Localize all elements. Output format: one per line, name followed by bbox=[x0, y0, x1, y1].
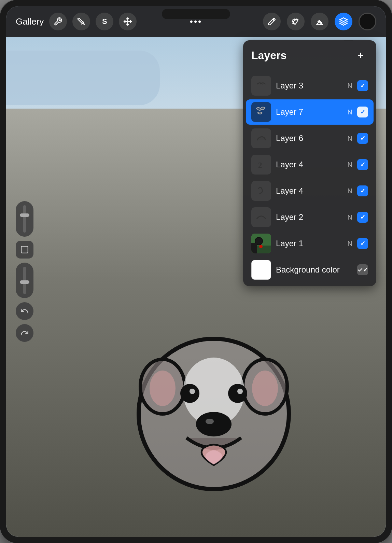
wrench-button[interactable] bbox=[49, 13, 67, 30]
undo-button[interactable] bbox=[16, 302, 33, 320]
svg-point-7 bbox=[228, 384, 247, 403]
ipad-frame: Gallery S bbox=[0, 0, 392, 543]
svg-point-10 bbox=[196, 412, 232, 436]
layer4b-name: Layer 4 bbox=[276, 186, 343, 196]
layer4b-mode: N bbox=[348, 187, 352, 195]
left-sidebar bbox=[12, 44, 37, 499]
top-bar-right-section bbox=[263, 13, 376, 30]
layer4a-thumbnail: 2 bbox=[251, 155, 271, 175]
svg-point-8 bbox=[190, 389, 195, 394]
svg-marker-18 bbox=[340, 18, 347, 22]
layer4b-visibility[interactable] bbox=[357, 185, 368, 196]
background-visibility[interactable] bbox=[357, 264, 368, 275]
opacity-slider-container[interactable] bbox=[16, 263, 33, 298]
layer3-name: Layer 3 bbox=[276, 81, 343, 90]
svg-rect-19 bbox=[21, 246, 28, 253]
layer-row-background[interactable]: Background color bbox=[246, 257, 374, 282]
opacity-track bbox=[23, 267, 26, 294]
layer3-thumbnail bbox=[251, 76, 271, 96]
ipad-screen: Gallery S bbox=[6, 6, 386, 537]
transform-button[interactable] bbox=[119, 13, 137, 30]
svg-point-3 bbox=[150, 371, 176, 406]
layer4a-mode: N bbox=[348, 161, 352, 169]
layer-row-layer1[interactable]: Layer 1 N bbox=[246, 231, 374, 256]
smudge-button[interactable] bbox=[287, 13, 305, 30]
layer3-mode: N bbox=[348, 82, 352, 90]
background-name: Background color bbox=[276, 265, 348, 275]
shape-tool-button[interactable] bbox=[16, 241, 33, 259]
layer-row-layer7[interactable]: Layer 7 N bbox=[246, 99, 374, 125]
svg-point-25 bbox=[259, 245, 263, 248]
layer2-visibility[interactable] bbox=[357, 212, 368, 223]
layer6-visibility[interactable] bbox=[357, 133, 368, 144]
layer7-thumbnail bbox=[251, 102, 271, 122]
gallery-button[interactable]: Gallery bbox=[16, 16, 44, 27]
background-thumbnail bbox=[251, 260, 271, 280]
layer6-name: Layer 6 bbox=[276, 134, 343, 143]
layer7-mode: N bbox=[348, 108, 352, 116]
layers-panel-header: Layers + bbox=[243, 40, 376, 69]
layer7-visibility[interactable] bbox=[357, 107, 368, 117]
layer-row-layer4a[interactable]: 2 Layer 4 N bbox=[246, 152, 374, 177]
brush-size-track bbox=[23, 205, 26, 233]
dog-illustration bbox=[125, 325, 303, 503]
svg-line-14 bbox=[84, 24, 85, 25]
brush-size-slider-container[interactable] bbox=[16, 201, 33, 237]
layer2-thumbnail bbox=[251, 207, 271, 227]
layer4a-name: Layer 4 bbox=[276, 160, 343, 169]
layer4b-thumbnail bbox=[251, 181, 271, 201]
magic-wand-button[interactable] bbox=[72, 13, 90, 30]
layer3-visibility[interactable] bbox=[357, 80, 368, 91]
add-layer-button[interactable]: + bbox=[353, 48, 368, 63]
opacity-thumb[interactable] bbox=[20, 280, 29, 284]
layer2-mode: N bbox=[348, 213, 352, 221]
layer1-visibility[interactable] bbox=[357, 238, 368, 249]
svg-point-6 bbox=[180, 384, 199, 403]
layer6-mode: N bbox=[348, 135, 352, 142]
layers-list: Layer 3 N Layer 7 N bbox=[243, 69, 376, 286]
svg-point-9 bbox=[237, 389, 243, 394]
svg-text:2: 2 bbox=[258, 161, 262, 169]
layer7-name: Layer 7 bbox=[276, 107, 343, 117]
layer-row-layer2[interactable]: Layer 2 N bbox=[246, 205, 374, 230]
layers-button[interactable] bbox=[335, 13, 352, 30]
redo-button[interactable] bbox=[16, 324, 33, 342]
layer-row-layer6[interactable]: Layer 6 N bbox=[246, 126, 374, 151]
brush-size-thumb[interactable] bbox=[20, 213, 29, 217]
layers-panel-title: Layers bbox=[251, 49, 286, 62]
layer1-mode: N bbox=[348, 240, 352, 248]
layers-panel: Layers + Layer 3 N bbox=[243, 40, 376, 286]
brush-button[interactable] bbox=[263, 13, 281, 30]
layer2-name: Layer 2 bbox=[276, 212, 343, 222]
svg-point-4 bbox=[252, 371, 278, 406]
camera-notch bbox=[162, 9, 230, 19]
layer-row-layer3[interactable]: Layer 3 N bbox=[246, 73, 374, 98]
eraser-button[interactable] bbox=[311, 13, 328, 30]
layer1-name: Layer 1 bbox=[276, 239, 343, 248]
layer4a-visibility[interactable] bbox=[357, 159, 368, 170]
layer-row-layer4b[interactable]: Layer 4 N bbox=[246, 178, 374, 204]
layer1-thumbnail bbox=[251, 234, 271, 253]
selection-button[interactable]: S bbox=[96, 13, 113, 30]
layer6-thumbnail bbox=[251, 128, 271, 148]
svg-point-11 bbox=[206, 419, 214, 424]
color-picker-button[interactable] bbox=[359, 13, 376, 30]
svg-rect-26 bbox=[251, 243, 257, 253]
